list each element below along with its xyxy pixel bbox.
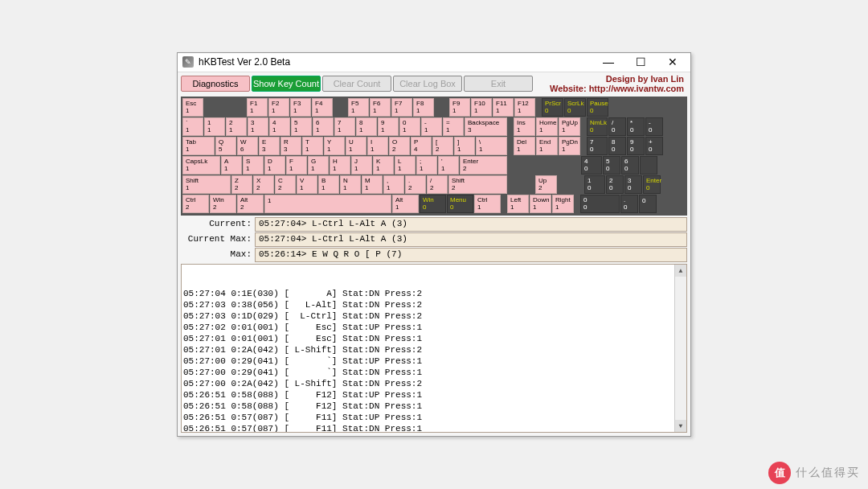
key-[interactable]: /0	[608, 117, 626, 136]
clear-log-button[interactable]: Clear Log Box	[393, 76, 462, 92]
close-button[interactable]: ✕	[657, 53, 689, 71]
key-[interactable]: -0	[645, 117, 663, 136]
key-[interactable]: '1	[438, 156, 459, 175]
key-alt[interactable]: Alt1	[392, 195, 419, 213]
key-o[interactable]: O2	[389, 137, 410, 155]
key-5[interactable]: 50	[603, 156, 620, 175]
key-pgup[interactable]: PgUp1	[559, 117, 580, 136]
key-4[interactable]: 41	[269, 117, 290, 136]
exit-button[interactable]: Exit	[464, 76, 533, 92]
key-9[interactable]: 91	[378, 117, 399, 136]
key-4[interactable]: 40	[581, 156, 602, 175]
key-[interactable]: +0	[645, 137, 663, 155]
key-z[interactable]: Z2	[231, 175, 252, 194]
key-3[interactable]: 30	[624, 175, 642, 194]
key-d[interactable]: D1	[264, 156, 285, 175]
key-[interactable]: \1	[476, 137, 507, 155]
key-enter[interactable]: Enter2	[460, 156, 507, 175]
key-home[interactable]: Home1	[536, 117, 558, 136]
key-pause[interactable]: Pause0	[587, 98, 608, 117]
key-s[interactable]: S1	[243, 156, 264, 175]
key-pgdn[interactable]: PgDn1	[559, 137, 580, 155]
key-5[interactable]: 51	[291, 117, 312, 136]
key-win[interactable]: Win0	[420, 195, 446, 213]
key-f4[interactable]: F41	[312, 98, 333, 117]
key-[interactable]: ;1	[416, 156, 437, 175]
key-q[interactable]: Q5	[215, 137, 236, 155]
key-r[interactable]: R3	[280, 137, 301, 155]
key-win[interactable]: Win2	[210, 195, 236, 213]
key-f5[interactable]: F51	[348, 98, 369, 117]
key-8[interactable]: 80	[608, 137, 626, 155]
key-space[interactable]: 0	[639, 195, 657, 213]
key-[interactable]: *0	[627, 117, 645, 136]
key-shift[interactable]: Shift2	[448, 175, 507, 194]
diagnostics-button[interactable]: Diagnostics	[181, 76, 250, 92]
key-space[interactable]: 1	[264, 195, 391, 213]
key-f3[interactable]: F31	[290, 98, 311, 117]
key-f6[interactable]: F61	[370, 98, 391, 117]
key-end[interactable]: End1	[536, 137, 558, 155]
show-key-count-button[interactable]: Show Key Count	[252, 76, 321, 92]
key-w[interactable]: W6	[237, 137, 258, 155]
key-x[interactable]: X2	[253, 175, 274, 194]
key-f7[interactable]: F71	[391, 98, 412, 117]
key-[interactable]: .0	[620, 195, 638, 213]
log-scrollbar[interactable]: ▲ ▼	[674, 265, 686, 432]
key-f8[interactable]: F81	[413, 98, 434, 117]
key-u[interactable]: U1	[346, 137, 366, 155]
key-i[interactable]: I1	[367, 137, 388, 155]
key-esc[interactable]: Esc1	[182, 98, 203, 117]
maximize-button[interactable]: ☐	[624, 53, 657, 71]
key-[interactable]: =1	[443, 117, 464, 136]
key-j[interactable]: J1	[351, 156, 372, 175]
key-[interactable]: /2	[427, 175, 448, 194]
key-n[interactable]: N1	[340, 175, 361, 194]
key-menu[interactable]: Menu0	[447, 195, 473, 213]
key-6[interactable]: 61	[313, 117, 334, 136]
key-2[interactable]: 21	[226, 117, 247, 136]
key-ctrl[interactable]: Ctrl2	[182, 195, 209, 213]
key-f[interactable]: F1	[286, 156, 307, 175]
key-[interactable]: -1	[421, 117, 442, 136]
key-c[interactable]: C2	[275, 175, 296, 194]
key-alt[interactable]: Alt2	[237, 195, 264, 213]
key-up[interactable]: Up2	[535, 175, 557, 194]
key-l[interactable]: L1	[395, 156, 416, 175]
key-t[interactable]: T1	[302, 137, 323, 155]
key-down[interactable]: Down1	[530, 195, 551, 213]
key-2[interactable]: 20	[606, 175, 624, 194]
key-m[interactable]: M1	[362, 175, 383, 194]
key-f11[interactable]: F111	[493, 98, 514, 117]
key-0[interactable]: 01	[399, 117, 420, 136]
key-[interactable]: [2	[432, 137, 453, 155]
key-ctrl[interactable]: Ctrl1	[474, 195, 501, 213]
key-6[interactable]: 60	[621, 156, 639, 175]
key-ins[interactable]: Ins1	[514, 117, 535, 136]
key-9[interactable]: 90	[627, 137, 645, 155]
key-1[interactable]: 11	[204, 117, 225, 136]
key-del[interactable]: Del1	[514, 137, 535, 155]
key-f12[interactable]: F121	[514, 98, 535, 117]
key-v[interactable]: V1	[297, 175, 317, 194]
key-h[interactable]: H1	[330, 156, 350, 175]
key-right[interactable]: Right1	[552, 195, 574, 213]
key-nmlk[interactable]: NmLk0	[587, 117, 608, 136]
key-3[interactable]: 31	[248, 117, 268, 136]
minimize-button[interactable]: —	[592, 53, 624, 71]
key-shift[interactable]: Shift1	[182, 175, 231, 194]
key-f2[interactable]: F21	[268, 98, 289, 117]
key-a[interactable]: A1	[221, 156, 242, 175]
clear-count-button[interactable]: Clear Count	[322, 76, 391, 92]
key-1[interactable]: 10	[584, 175, 605, 194]
key-f1[interactable]: F11	[247, 98, 268, 117]
key-0[interactable]: 00	[580, 195, 620, 213]
scroll-up-icon[interactable]: ▲	[675, 265, 686, 277]
key-[interactable]: ,1	[383, 175, 404, 194]
key-y[interactable]: Y1	[324, 137, 345, 155]
scroll-down-icon[interactable]: ▼	[675, 420, 686, 432]
key-g[interactable]: G1	[308, 156, 329, 175]
key-space[interactable]	[640, 156, 657, 175]
key-p[interactable]: P4	[411, 137, 432, 155]
key-b[interactable]: B1	[318, 175, 339, 194]
